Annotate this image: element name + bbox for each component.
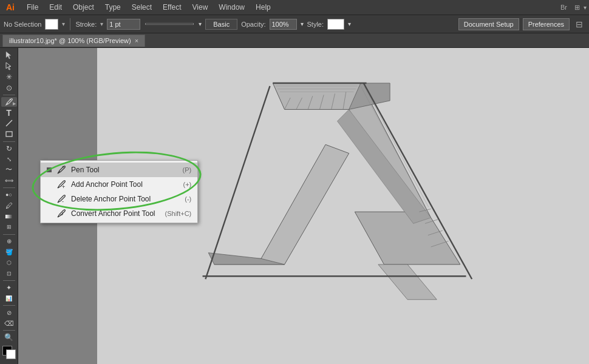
menu-object[interactable]: Object	[68, 2, 99, 13]
tool-rotate[interactable]: ↻	[1, 143, 17, 153]
canvas-area: Pen Tool (P) + Add Anchor Point Tool (+)…	[18, 48, 589, 364]
tool-blend[interactable]: ●○	[1, 190, 17, 200]
delete-anchor-icon: -	[56, 194, 66, 204]
toolbar-divider-5	[3, 280, 15, 281]
document-setup-button[interactable]: Document Setup	[458, 18, 519, 30]
menu-view[interactable]: View	[188, 2, 213, 13]
tool-selection[interactable]	[1, 50, 17, 61]
tool-perspective[interactable]: ⬡	[1, 258, 17, 268]
tab-bar: illustrator10.jpg* @ 100% (RGB/Preview) …	[0, 33, 589, 48]
tool-lasso[interactable]: ⊙	[1, 83, 17, 93]
stroke-label: Stroke:	[75, 21, 97, 28]
tool-pen[interactable]: ▶	[1, 97, 17, 107]
delete-anchor-point-item[interactable]: - Delete Anchor Point Tool (-)	[41, 192, 197, 206]
tool-free-transform[interactable]: ⊡	[1, 269, 17, 279]
toolbar-divider-3	[3, 187, 15, 188]
tool-direct-selection[interactable]	[1, 61, 17, 72]
pen-tool-shortcut: (P)	[183, 166, 192, 174]
menu-edit[interactable]: Edit	[44, 2, 67, 13]
menu-help[interactable]: Help	[251, 2, 276, 13]
toolbar-divider-4	[3, 234, 15, 235]
main-area: ✳ ⊙ ▶ T ↻ ⤡ 〜 ⟺ ●○ 🖊 ⊞ ⊕	[0, 48, 589, 364]
add-anchor-icon: +	[56, 180, 66, 189]
tool-mesh[interactable]: ⊞	[1, 222, 17, 232]
fill-swatch[interactable]	[45, 19, 58, 30]
menu-bar: Ai File Edit Object Type Select Effect V…	[0, 0, 589, 15]
menu-select[interactable]: Select	[127, 2, 157, 13]
menu-type[interactable]: Type	[100, 2, 126, 13]
pen-tool-item[interactable]: Pen Tool (P)	[41, 163, 197, 177]
convert-anchor-icon	[56, 209, 66, 218]
tool-magic-wand[interactable]: ✳	[1, 72, 17, 82]
svg-point-16	[63, 166, 64, 168]
pen-tool-label: Pen Tool	[71, 166, 173, 174]
tool-warp[interactable]: 〜	[1, 165, 17, 175]
tool-eyedropper[interactable]: 🖊	[1, 200, 17, 211]
tool-scale[interactable]: ⤡	[1, 154, 17, 164]
tool-zoom[interactable]: 🔍	[1, 332, 17, 343]
expand-icon[interactable]: ▾	[584, 4, 587, 11]
tool-line[interactable]	[1, 118, 17, 129]
toolbar-divider-1	[3, 95, 15, 95]
fill-arrow[interactable]: ▾	[62, 21, 65, 27]
convert-anchor-shortcut: (Shift+C)	[165, 210, 192, 217]
svg-point-0	[9, 99, 10, 100]
left-toolbar: ✳ ⊙ ▶ T ↻ ⤡ 〜 ⟺ ●○ 🖊 ⊞ ⊕	[0, 48, 18, 364]
tool-text[interactable]: T	[1, 107, 17, 118]
tool-eraser[interactable]: ⌫	[1, 318, 17, 329]
add-anchor-shortcut: (+)	[183, 181, 192, 188]
style-swatch[interactable]	[327, 19, 344, 30]
workspace-icon[interactable]: ⊟	[573, 19, 585, 29]
tool-live-paint[interactable]: 🪣	[1, 247, 17, 257]
stroke-preview	[145, 23, 194, 25]
tool-shape-builder[interactable]: ⊕	[1, 236, 17, 246]
bridge-icon[interactable]: Br	[557, 4, 571, 11]
stroke-width-input[interactable]	[107, 19, 140, 30]
style-arrow[interactable]: ▾	[348, 21, 351, 27]
tool-graph[interactable]: 📊	[1, 294, 17, 304]
menu-file[interactable]: File	[22, 2, 43, 13]
tool-slice[interactable]: ⊘	[1, 308, 17, 318]
add-anchor-point-item[interactable]: + Add Anchor Point Tool (+)	[41, 177, 197, 192]
add-anchor-label: Add Anchor Point Tool	[71, 180, 174, 189]
svg-text:+: +	[62, 184, 65, 189]
divider1	[70, 18, 70, 30]
document-tab[interactable]: illustrator10.jpg* @ 100% (RGB/Preview) …	[2, 35, 145, 47]
tool-rectangle[interactable]	[1, 129, 17, 140]
menu-window[interactable]: Window	[214, 2, 250, 13]
tab-label: illustrator10.jpg* @ 100% (RGB/Preview)	[9, 37, 131, 44]
delete-anchor-shortcut: (-)	[185, 195, 191, 203]
style-label: Style:	[307, 21, 324, 28]
toolbar-divider-7	[3, 330, 15, 331]
svg-rect-3	[6, 132, 12, 136]
toolbar-divider-2	[3, 141, 15, 142]
stroke-style-arrow[interactable]: ▾	[199, 21, 202, 27]
no-selection-label: No Selection	[4, 21, 41, 28]
convert-anchor-point-item[interactable]: Convert Anchor Point Tool (Shift+C)	[41, 206, 197, 221]
opacity-arrow[interactable]: ▾	[301, 21, 304, 27]
svg-text:-: -	[62, 198, 64, 204]
preferences-button[interactable]: Preferences	[523, 18, 570, 30]
opacity-input[interactable]	[270, 19, 297, 30]
active-indicator	[47, 167, 52, 172]
delete-anchor-label: Delete Anchor Point Tool	[71, 195, 175, 203]
basic-dropdown[interactable]: Basic	[205, 19, 237, 30]
options-bar: No Selection ▾ Stroke: ▾ ▾ Basic Opacity…	[0, 15, 589, 33]
pen-tool-icon	[56, 165, 66, 175]
app-logo: Ai	[2, 2, 18, 12]
convert-anchor-label: Convert Anchor Point Tool	[71, 209, 155, 218]
tool-symbol-sprayer[interactable]: ✦	[1, 283, 17, 293]
toolbar-divider-6	[3, 305, 15, 306]
fill-stroke-indicator[interactable]	[2, 346, 16, 359]
pen-tool-dropdown: Pen Tool (P) + Add Anchor Point Tool (+)…	[40, 160, 198, 223]
menu-effect[interactable]: Effect	[158, 2, 186, 13]
tool-gradient[interactable]	[1, 211, 17, 221]
tool-width[interactable]: ⟺	[1, 175, 17, 186]
opacity-label: Opacity:	[241, 21, 265, 28]
arrange-icon[interactable]: ⊞	[572, 4, 582, 12]
svg-line-2	[6, 120, 12, 126]
tab-close-button[interactable]: ×	[135, 37, 138, 44]
stroke-arrow[interactable]: ▾	[100, 21, 103, 27]
svg-rect-4	[5, 215, 13, 218]
